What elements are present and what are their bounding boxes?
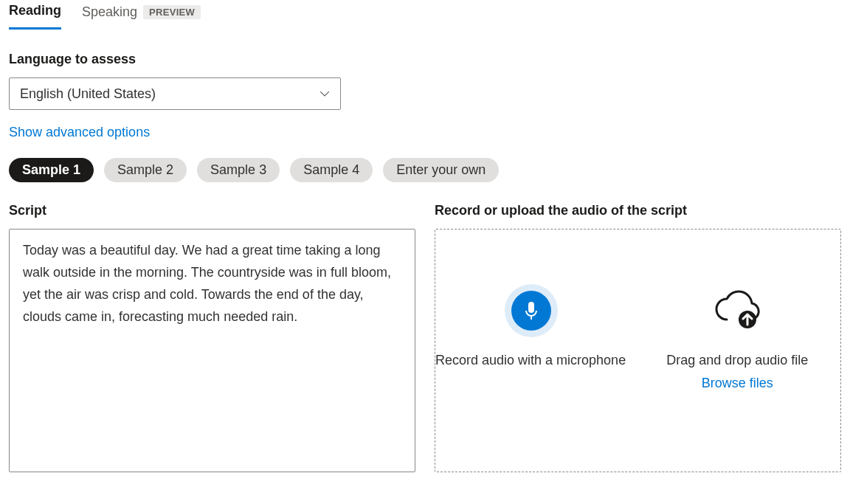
cloud-upload-icon xyxy=(713,290,761,331)
drop-section: Drag and drop audio file Browse files xyxy=(635,284,841,391)
chevron-down-icon xyxy=(319,89,330,99)
tab-speaking[interactable]: Speaking PREVIEW xyxy=(82,4,201,29)
enter-your-own-pill[interactable]: Enter your own xyxy=(383,158,499,182)
sample-3-pill[interactable]: Sample 3 xyxy=(197,158,280,182)
upload-inner: Record audio with a microphone Drag and … xyxy=(435,284,840,391)
microphone-button[interactable] xyxy=(505,284,558,337)
language-label: Language to assess xyxy=(9,52,841,67)
drop-text: Drag and drop audio file xyxy=(666,351,808,371)
language-value: English (United States) xyxy=(20,86,156,102)
upload-label: Record or upload the audio of the script xyxy=(435,203,841,218)
tab-reading-label: Reading xyxy=(9,3,61,18)
record-section: Record audio with a microphone xyxy=(435,284,635,391)
tab-bar: Reading Speaking PREVIEW xyxy=(9,0,841,30)
script-textarea[interactable]: Today was a beautiful day. We had a grea… xyxy=(9,229,415,472)
sample-4-pill[interactable]: Sample 4 xyxy=(290,158,373,182)
upload-dropzone[interactable]: Record audio with a microphone Drag and … xyxy=(435,229,841,472)
microphone-icon xyxy=(523,300,539,321)
sample-2-pill[interactable]: Sample 2 xyxy=(104,158,187,182)
script-column: Script Today was a beautiful day. We had… xyxy=(9,203,415,472)
upload-column: Record or upload the audio of the script xyxy=(435,203,841,472)
sample-pills: Sample 1 Sample 2 Sample 3 Sample 4 Ente… xyxy=(9,158,841,182)
content-columns: Script Today was a beautiful day. We had… xyxy=(9,203,841,472)
tab-speaking-label: Speaking xyxy=(82,4,137,20)
language-select[interactable]: English (United States) xyxy=(9,77,341,110)
svg-rect-0 xyxy=(528,302,534,313)
browse-files-link[interactable]: Browse files xyxy=(702,376,773,391)
preview-badge: PREVIEW xyxy=(143,5,201,19)
tab-reading[interactable]: Reading xyxy=(9,3,61,30)
record-text: Record audio with a microphone xyxy=(435,351,626,371)
script-label: Script xyxy=(9,203,415,218)
show-advanced-link[interactable]: Show advanced options xyxy=(9,125,150,140)
sample-1-pill[interactable]: Sample 1 xyxy=(9,158,94,182)
